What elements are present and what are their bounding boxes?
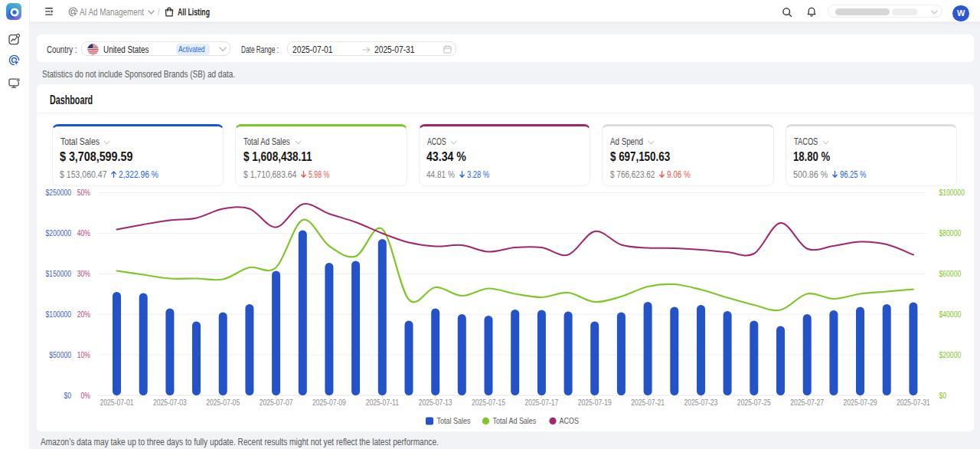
svg-text:$20000: $20000	[939, 350, 962, 359]
svg-text:2025-07-05: 2025-07-05	[206, 398, 240, 407]
svg-text:2025-07-11: 2025-07-11	[366, 398, 399, 407]
svg-text:$200000: $200000	[46, 228, 71, 238]
svg-text:2025-07-13: 2025-07-13	[419, 398, 452, 407]
svg-text:2025-07-21: 2025-07-21	[631, 398, 665, 407]
svg-text:2025-07-07: 2025-07-07	[260, 398, 293, 407]
svg-text:2025-07-31: 2025-07-31	[897, 398, 930, 407]
svg-text:Total Sales: Total Sales	[437, 416, 471, 425]
svg-text:2025-07-19: 2025-07-19	[578, 398, 612, 407]
svg-text:$100000: $100000	[46, 310, 71, 319]
svg-text:$50000: $50000	[49, 350, 71, 359]
svg-text:$40000: $40000	[939, 310, 962, 319]
svg-text:$0: $0	[64, 391, 71, 400]
svg-text:$150000: $150000	[46, 269, 71, 278]
svg-text:Total Ad Sales: Total Ad Sales	[493, 416, 537, 425]
svg-text:2025-07-23: 2025-07-23	[684, 398, 718, 407]
svg-text:30%: 30%	[77, 269, 90, 278]
svg-text:50%: 50%	[77, 188, 90, 197]
svg-text:10%: 10%	[77, 350, 90, 359]
svg-text:$60000: $60000	[939, 269, 962, 278]
svg-text:ACOS: ACOS	[560, 416, 580, 425]
svg-text:2025-07-25: 2025-07-25	[737, 398, 771, 407]
svg-text:$80000: $80000	[939, 228, 962, 238]
svg-text:2025-07-03: 2025-07-03	[153, 398, 187, 407]
svg-text:2025-07-15: 2025-07-15	[472, 398, 505, 407]
svg-text:40%: 40%	[77, 228, 90, 238]
svg-text:2025-07-27: 2025-07-27	[790, 398, 824, 407]
svg-text:2025-07-29: 2025-07-29	[844, 398, 877, 407]
svg-text:2025-07-01: 2025-07-01	[100, 398, 134, 407]
svg-text:2025-07-17: 2025-07-17	[524, 398, 558, 407]
svg-text:$0: $0	[939, 391, 947, 400]
svg-text:$100000: $100000	[939, 188, 965, 197]
svg-text:0%: 0%	[81, 391, 91, 400]
svg-text:20%: 20%	[77, 310, 90, 319]
svg-text:$250000: $250000	[46, 188, 71, 197]
svg-text:2025-07-09: 2025-07-09	[312, 398, 346, 407]
